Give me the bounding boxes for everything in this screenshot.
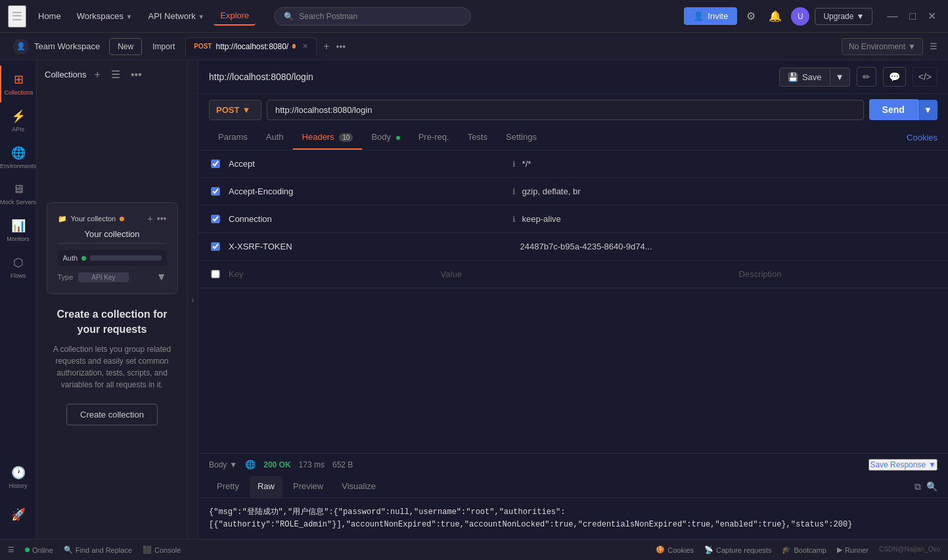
secondbar: 👤 Team Workspace New Import POST http://… [0,33,948,60]
header-encoding-info[interactable]: ℹ [512,187,516,196]
collections-title: Collections [45,70,87,79]
header-encoding-checkbox[interactable] [209,187,222,196]
upgrade-button[interactable]: Upgrade ▼ [815,8,872,25]
header-accept-checkbox[interactable] [209,160,222,168]
bottom-console[interactable]: ⬛ Console [143,546,181,554]
panel-collapse-arrow[interactable]: ‹ [188,60,198,539]
search-icon: 🔍 [284,12,294,21]
response-tab-preview[interactable]: Preview [285,476,331,498]
sidebar-item-collections[interactable]: ⊞ Collections [0,66,36,102]
sidebar-flows-label: Flows [11,272,26,279]
no-environment-selector[interactable]: No Environment ▼ [842,38,923,55]
save-dropdown-button[interactable]: ▼ [830,68,849,86]
search-response-button[interactable]: 🔍 [926,481,937,492]
header-row-accept: Accept ℹ */* [198,150,948,178]
header-xsrf-checkbox[interactable] [209,242,222,251]
bottom-right: 🍪 Cookies 📡 Capture requests 🎓 Bootcamp … [656,546,940,554]
collections-panel: Collections + ☰ ••• 📁 Your collecton + •… [37,60,188,539]
bottom-cookies[interactable]: 🍪 Cookies [656,546,694,554]
response-tab-raw[interactable]: Raw [250,476,282,498]
response-icons: ⧉ 🔍 [914,481,937,492]
save-icon: 💾 [788,72,798,82]
import-button[interactable]: Import [146,39,181,54]
menu-icon[interactable]: ☰ [8,5,26,28]
tab-prereq[interactable]: Pre-req. [409,125,459,150]
tab-settings[interactable]: Settings [497,125,546,150]
header-accept-info[interactable]: ℹ [512,160,516,169]
search-bar[interactable]: 🔍 Search Postman [274,7,471,26]
tab-tests[interactable]: Tests [459,125,497,150]
send-button[interactable]: Send [869,99,918,120]
tab-headers[interactable]: Headers 10 [293,125,363,150]
send-dropdown-button[interactable]: ▼ [918,100,937,120]
code-icon-button[interactable]: </> [913,67,937,87]
tab-auth[interactable]: Auth [257,125,293,150]
maximize-button[interactable]: □ [905,9,920,24]
bottom-online-status[interactable]: Online [25,546,53,554]
save-button[interactable]: 💾 Save [780,68,830,86]
sidebar-item-apis[interactable]: ⚡ APIs [0,102,36,139]
preview-add-icon: + [148,213,153,224]
tab-body[interactable]: Body [362,125,409,150]
edit-icon-button[interactable]: ✏ [857,67,876,87]
monitors-icon: 📊 [11,219,26,233]
sidebar-mock-servers-label: Mock Servers [0,199,36,205]
sidebar-item-rocket[interactable]: 🚀 [11,501,26,528]
cookies-link[interactable]: Cookies [907,133,937,142]
settings-icon[interactable]: ⚙ [742,6,759,26]
sidebar-item-monitors[interactable]: 📊 Monitors [0,212,36,249]
more-collections-button[interactable]: ••• [128,68,145,82]
header-row-new: Key Value Description [198,261,948,288]
env-list-icon[interactable]: ☰ [927,39,940,54]
bottom-runner[interactable]: ▶ Runner [837,546,869,554]
nav-api-network[interactable]: API Network ▼ [142,7,212,25]
response-tab-visualize[interactable]: Visualize [334,476,384,498]
bottom-bootcamp[interactable]: 🎓 Bootcamp [782,546,826,554]
sort-collections-button[interactable]: ☰ [108,67,123,82]
bottom-find-replace[interactable]: 🔍 Find and Replace [64,546,132,554]
add-tab-button[interactable]: + [318,38,334,55]
invite-button[interactable]: 👤 Invite [684,7,737,25]
notifications-icon[interactable]: 🔔 [765,6,786,26]
flows-icon: ⬡ [13,255,24,270]
minimize-button[interactable]: — [883,9,901,24]
close-button[interactable]: ✕ [924,9,940,24]
sidebar-item-history[interactable]: 🕐 History [0,459,36,496]
tab-close-icon[interactable]: ✕ [302,42,308,51]
workspace-selector[interactable]: 👤 Team Workspace [8,36,105,57]
sidebar-item-mock-servers[interactable]: 🖥 Mock Servers [0,176,36,212]
header-connection-info[interactable]: ℹ [512,215,516,224]
save-response-arrow: ▼ [928,460,936,469]
header-row-connection: Connection ℹ keep-alive [198,205,948,233]
request-tabs: Params Auth Headers 10 Body Pre-req. Tes… [198,125,948,150]
add-collection-button[interactable]: + [92,68,103,82]
comment-icon-button[interactable]: 💬 [883,67,906,87]
cookies-icon: 🍪 [656,546,665,554]
header-new-checkbox[interactable] [209,270,222,278]
new-button[interactable]: New [109,38,142,55]
bottom-capture[interactable]: 📡 Capture requests [704,546,771,554]
response-tab-pretty[interactable]: Pretty [209,476,247,498]
nav-explore[interactable]: Explore [214,7,256,26]
tab-more-button[interactable]: ••• [336,41,346,52]
save-response-button[interactable]: Save Response ▼ [869,459,937,471]
request-tab-0[interactable]: POST http://localhost:8080/ ✕ [185,37,317,56]
copy-response-button[interactable]: ⧉ [914,481,921,492]
sidebar-item-environments[interactable]: 🌐 Environments [0,139,36,176]
avatar[interactable]: U [791,7,809,26]
method-selector[interactable]: POST ▼ [209,100,261,120]
find-replace-label: Find and Replace [76,546,132,554]
header-connection-checkbox[interactable] [209,215,222,223]
sidebar-history-label: History [9,483,27,489]
nav-home[interactable]: Home [32,7,68,25]
sidebar-item-flows[interactable]: ⬡ Flows [0,249,36,286]
tab-params[interactable]: Params [209,125,257,150]
url-input[interactable] [267,100,864,120]
apis-icon: ⚡ [11,109,26,123]
runner-label: Runner [845,546,869,554]
response-body-dropdown[interactable]: Body ▼ [209,460,237,469]
nav-workspaces[interactable]: Workspaces ▼ [70,7,139,25]
create-collection-button[interactable]: Create collection [66,404,158,425]
workspaces-arrow: ▼ [126,13,133,20]
auth-bar [90,255,161,261]
